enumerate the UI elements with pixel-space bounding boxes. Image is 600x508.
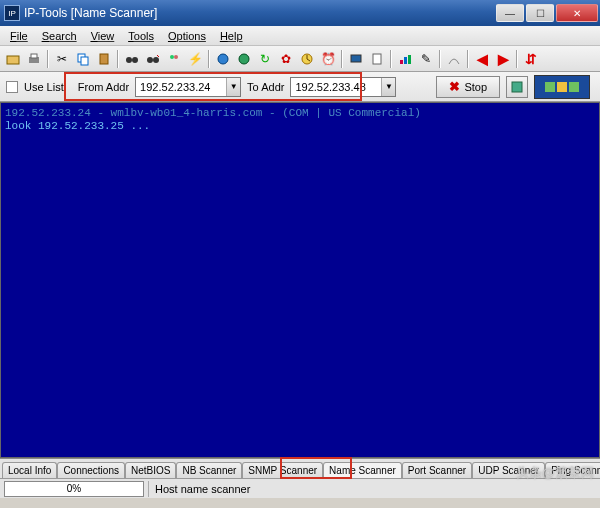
svg-point-13: [239, 54, 249, 64]
separator: [390, 50, 392, 68]
tab-name-scanner[interactable]: Name Scanner: [323, 462, 402, 478]
wand-icon[interactable]: ✎: [417, 50, 435, 68]
control-bar: Use List From Addr ▼ To Addr ▼ ✖ Stop: [0, 72, 600, 102]
chevron-down-icon[interactable]: ▼: [226, 78, 240, 96]
separator: [439, 50, 441, 68]
next-icon[interactable]: ▶: [494, 50, 512, 68]
close-button[interactable]: ✕: [556, 4, 598, 22]
output-line: 192.52.233.24 - wmlbv-wb01_4-harris.com …: [5, 107, 421, 119]
tab-connections[interactable]: Connections: [57, 462, 125, 478]
users-icon[interactable]: [165, 50, 183, 68]
chevron-down-icon[interactable]: ▼: [381, 78, 395, 96]
maximize-button[interactable]: ☐: [526, 4, 554, 22]
svg-rect-2: [31, 54, 37, 58]
options-button[interactable]: [506, 76, 528, 98]
tab-ping-scanner[interactable]: Ping Scanner: [545, 462, 600, 478]
x-icon: ✖: [449, 79, 460, 94]
menu-search[interactable]: Search: [36, 28, 83, 44]
monitor-icon[interactable]: [347, 50, 365, 68]
tab-udp-scanner[interactable]: UDP Scanner: [472, 462, 545, 478]
svg-point-11: [174, 55, 178, 59]
prev-icon[interactable]: ◀: [473, 50, 491, 68]
svg-point-12: [218, 54, 228, 64]
svg-point-6: [126, 57, 132, 63]
globe2-icon[interactable]: [235, 50, 253, 68]
open-icon[interactable]: [4, 50, 22, 68]
separator: [117, 50, 119, 68]
svg-rect-17: [400, 60, 403, 64]
from-addr-label: From Addr: [78, 81, 129, 93]
separator: [467, 50, 469, 68]
tab-port-scanner[interactable]: Port Scanner: [402, 462, 472, 478]
separator: [341, 50, 343, 68]
collapse-icon[interactable]: ⇵: [522, 50, 540, 68]
menu-file[interactable]: File: [4, 28, 34, 44]
svg-rect-4: [81, 57, 88, 65]
menu-help[interactable]: Help: [214, 28, 249, 44]
alarm-icon[interactable]: ⏰: [319, 50, 337, 68]
svg-rect-16: [373, 54, 381, 64]
menu-options[interactable]: Options: [162, 28, 212, 44]
svg-rect-20: [512, 82, 522, 92]
status-bar: 0% Host name scanner: [0, 478, 600, 498]
svg-rect-15: [351, 55, 361, 62]
svg-point-7: [132, 57, 138, 63]
tab-snmp-scanner[interactable]: SNMP Scanner: [242, 462, 323, 478]
svg-point-9: [153, 57, 159, 63]
app-icon: IP: [4, 5, 20, 21]
binoculars-icon[interactable]: [123, 50, 141, 68]
print-icon[interactable]: [25, 50, 43, 68]
svg-rect-5: [100, 54, 108, 64]
svg-point-10: [170, 55, 174, 59]
document-icon[interactable]: [368, 50, 386, 68]
to-addr-combo[interactable]: ▼: [290, 77, 396, 97]
refresh-icon[interactable]: ↻: [256, 50, 274, 68]
stop-label: Stop: [464, 81, 487, 93]
svg-rect-0: [7, 56, 19, 64]
status-text: Host name scanner: [148, 481, 600, 497]
toolbar: ✂ ⚡ ↻ ✿ ⏰ ✎ ◀ ▶ ⇵: [0, 46, 600, 72]
separator: [47, 50, 49, 68]
to-addr-label: To Addr: [247, 81, 284, 93]
minimize-button[interactable]: —: [496, 4, 524, 22]
copy-icon[interactable]: [74, 50, 92, 68]
svg-point-8: [147, 57, 153, 63]
menu-view[interactable]: View: [85, 28, 121, 44]
to-addr-input[interactable]: [291, 78, 381, 96]
clock-icon[interactable]: [298, 50, 316, 68]
svg-rect-18: [404, 57, 407, 64]
use-list-label: Use List: [24, 81, 64, 93]
preview-thumbnail[interactable]: [534, 75, 590, 99]
tab-bar: Local Info Connections NetBIOS NB Scanne…: [0, 458, 600, 478]
find-next-icon[interactable]: [144, 50, 162, 68]
connect-icon[interactable]: ⚡: [186, 50, 204, 68]
menu-tools[interactable]: Tools: [122, 28, 160, 44]
globe-icon[interactable]: [214, 50, 232, 68]
window-title: IP-Tools [Name Scanner]: [24, 6, 496, 20]
output-line: look 192.52.233.25 ...: [5, 120, 150, 132]
tab-netbios[interactable]: NetBIOS: [125, 462, 176, 478]
from-addr-combo[interactable]: ▼: [135, 77, 241, 97]
tab-nb-scanner[interactable]: NB Scanner: [176, 462, 242, 478]
from-addr-input[interactable]: [136, 78, 226, 96]
gear-icon[interactable]: ✿: [277, 50, 295, 68]
tab-local-info[interactable]: Local Info: [2, 462, 57, 478]
progress-text: 0%: [67, 483, 81, 494]
progress-bar: 0%: [4, 481, 144, 497]
chart-icon[interactable]: [396, 50, 414, 68]
cut-icon[interactable]: ✂: [53, 50, 71, 68]
title-bar: IP IP-Tools [Name Scanner] — ☐ ✕: [0, 0, 600, 26]
stop-button[interactable]: ✖ Stop: [436, 76, 500, 98]
separator: [516, 50, 518, 68]
paste-icon[interactable]: [95, 50, 113, 68]
separator: [208, 50, 210, 68]
satellite-icon[interactable]: [445, 50, 463, 68]
menu-bar: File Search View Tools Options Help: [0, 26, 600, 46]
use-list-checkbox[interactable]: [6, 81, 18, 93]
svg-rect-19: [408, 55, 411, 64]
output-terminal[interactable]: 192.52.233.24 - wmlbv-wb01_4-harris.com …: [0, 102, 600, 458]
